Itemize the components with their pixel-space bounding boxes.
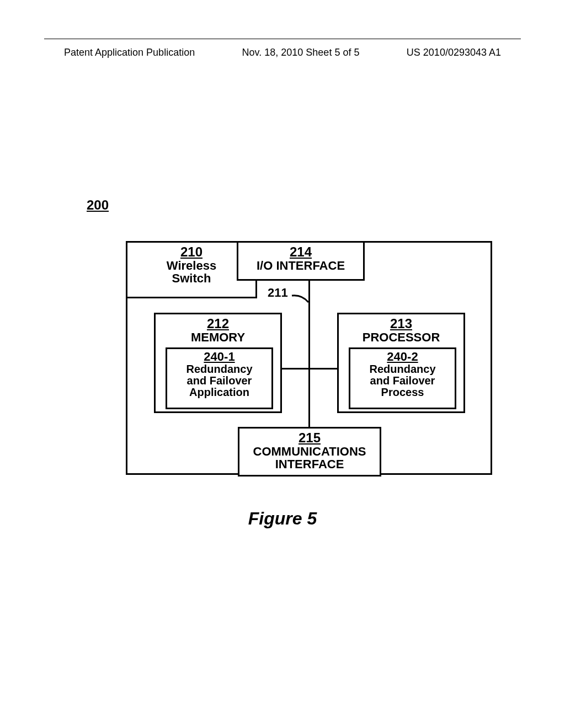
bus-horizontal [282,368,337,370]
ref-211-leader [292,289,314,306]
ref-215: 215 [239,431,380,445]
label-240-2-l3: Process [381,386,424,398]
label-240-1-l3: Application [189,386,249,398]
header-right: US 2010/0293043 A1 [407,47,501,58]
label-comm-l2: INTERFACE [275,457,344,471]
header-center: Nov. 18, 2010 Sheet 5 of 5 [242,47,360,58]
diagram-outer-box: 210 Wireless Switch 214 I/O INTERFACE 21… [126,241,492,475]
block-io-interface: 214 I/O INTERFACE [237,241,365,281]
ref-213: 213 [339,317,463,331]
label-memory: MEMORY [191,330,245,344]
ref-240-2: 240-2 [350,350,455,363]
label-processor: PROCESSOR [363,330,440,344]
ref-212: 212 [156,317,280,331]
label-comm-l1: COMMUNICATIONS [253,445,366,458]
label-240-2-l2: and Failover [370,374,435,387]
block-redundancy-application: 240-1 Redundancy and Failover Applicatio… [166,347,273,409]
label-io-interface: I/O INTERFACE [257,259,345,272]
label-240-1-l2: and Failover [187,374,252,387]
ref-214: 214 [238,245,363,259]
header-left: Patent Application Publication [64,47,195,58]
figure-caption: Figure 5 [0,508,565,529]
block-processor: 213 PROCESSOR 240-2 Redundancy and Failo… [337,313,465,413]
block-redundancy-process: 240-2 Redundancy and Failover Process [349,347,456,409]
label-240-1-l1: Redundancy [186,363,252,375]
block-memory: 212 MEMORY 240-1 Redundancy and Failover… [154,313,282,413]
label-switch: Switch [172,271,211,285]
block-communications-interface: 215 COMMUNICATIONS INTERFACE [238,427,381,477]
page-header: Patent Application Publication Nov. 18, … [64,47,501,58]
reference-200: 200 [87,197,109,213]
ref-211-label: 211 [268,286,288,300]
label-240-2-l1: Redundancy [369,363,435,375]
ref-240-1: 240-1 [167,350,271,363]
label-wireless: Wireless [167,259,216,272]
